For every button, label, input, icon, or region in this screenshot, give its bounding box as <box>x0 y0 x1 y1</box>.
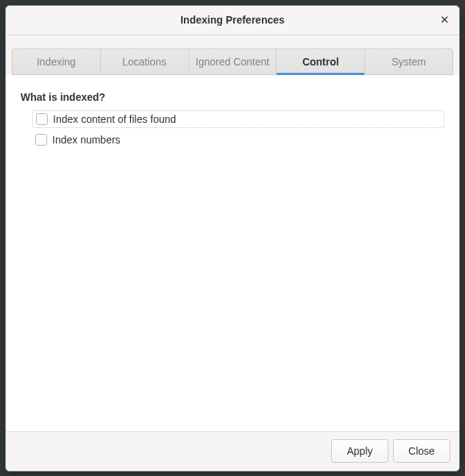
button-bar: Apply Close <box>6 431 459 471</box>
tab-label: Control <box>302 56 339 68</box>
checkbox-label: Index content of files found <box>53 113 176 125</box>
tab-locations[interactable]: Locations <box>100 49 188 74</box>
dialog-title: Indexing Preferences <box>6 14 459 26</box>
checkbox-index-numbers[interactable] <box>35 134 47 146</box>
close-button[interactable]: Close <box>393 439 450 463</box>
tab-label: Indexing <box>37 56 76 68</box>
apply-button[interactable]: Apply <box>331 439 388 463</box>
option-frame: Index content of files found <box>32 110 444 128</box>
tab-ignored-content[interactable]: Ignored Content <box>188 49 277 74</box>
section-heading: What is indexed? <box>21 91 444 103</box>
tab-control[interactable]: Control <box>276 49 364 74</box>
tab-system[interactable]: System <box>364 49 452 74</box>
option-index-content-row[interactable]: Index content of files found <box>33 111 444 127</box>
tab-indexing[interactable]: Indexing <box>13 49 100 74</box>
close-icon[interactable]: ✕ <box>436 11 453 29</box>
checkbox-index-content[interactable] <box>36 113 48 125</box>
checkbox-label: Index numbers <box>52 134 121 146</box>
content-area: What is indexed? Index content of files … <box>6 75 459 431</box>
tab-label: Ignored Content <box>196 56 269 68</box>
tab-label: System <box>391 56 426 68</box>
option-index-numbers-row[interactable]: Index numbers <box>32 132 444 148</box>
titlebar: Indexing Preferences ✕ <box>6 6 459 35</box>
tab-label: Locations <box>122 56 166 68</box>
tab-bar: Indexing Locations Ignored Content Contr… <box>12 49 453 75</box>
indexing-preferences-dialog: Indexing Preferences ✕ Indexing Location… <box>5 5 460 472</box>
